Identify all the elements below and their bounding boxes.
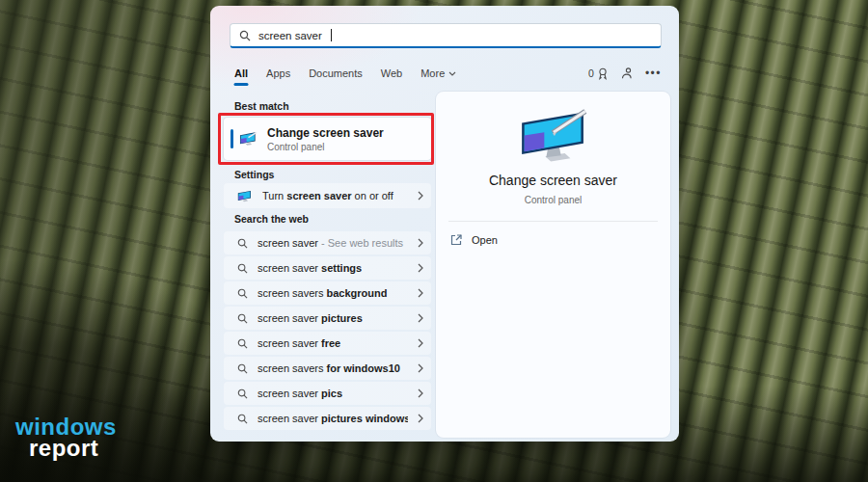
tab-apps[interactable]: Apps (266, 67, 290, 79)
section-label-search-the-web: Search the web (234, 213, 309, 225)
search-icon (237, 263, 248, 274)
tab-more[interactable]: More (420, 67, 456, 79)
web-suggestion-label: screen saver free (258, 337, 408, 349)
best-match-title: Change screen saver (267, 126, 384, 140)
preview-pane: Change screen saver Control panel Open (436, 92, 670, 438)
tab-web[interactable]: Web (381, 67, 402, 79)
search-icon (237, 313, 248, 324)
search-icon (237, 363, 248, 374)
windows-report-logo: windows report (15, 416, 117, 459)
web-suggestion-row[interactable]: screen savers for windows10 (224, 357, 431, 380)
web-suggestion-label: screen saver - See web results (258, 237, 408, 249)
logo-line-report: report (29, 438, 117, 459)
screen-saver-monitor-icon (239, 131, 258, 147)
tab-documents[interactable]: Documents (309, 67, 363, 79)
best-match-text: Change screen saver Control panel (267, 126, 384, 152)
chevron-right-icon (418, 263, 423, 273)
best-match-result[interactable]: Change screen saver Control panel (224, 118, 431, 160)
chevron-right-icon (418, 191, 423, 201)
search-input[interactable]: screen saver (230, 23, 662, 48)
settings-result-label: Turn screen saver on or off (262, 190, 408, 201)
web-suggestion-row[interactable]: screen savers background (224, 281, 431, 305)
rewards-count: 0 (588, 67, 594, 79)
web-suggestion-label: screen saver settings (258, 262, 408, 274)
web-suggestion-row[interactable]: screen saver pictures (224, 307, 431, 330)
best-match-subtitle: Control panel (267, 142, 384, 152)
search-toolbar-icons: 0 ••• (588, 67, 662, 80)
chevron-right-icon (418, 388, 423, 398)
settings-result-row[interactable]: Turn screen saver on or off (224, 183, 431, 208)
web-suggestion-row[interactable]: screen saver free (224, 332, 431, 355)
chevron-right-icon (418, 238, 423, 248)
open-external-icon (450, 234, 462, 246)
search-query-text: screen saver (258, 30, 322, 41)
chevron-right-icon (418, 363, 423, 373)
rewards-button[interactable]: 0 (588, 67, 609, 80)
search-icon (237, 338, 248, 349)
screen-saver-monitor-icon-large (436, 109, 670, 165)
chevron-right-icon (418, 313, 423, 323)
web-suggestion-label: screen savers background (258, 287, 408, 299)
web-suggestion-label: screen saver pics (258, 388, 408, 399)
section-label-settings: Settings (234, 169, 274, 180)
chevron-right-icon (418, 338, 423, 348)
preview-title: Change screen saver (436, 173, 670, 188)
web-suggestion-row[interactable]: screen saver settings (224, 256, 431, 280)
chevron-right-icon (418, 288, 423, 298)
web-suggestion-label: screen saver pictures windows 10 (258, 413, 408, 424)
web-suggestion-row[interactable]: screen saver pics (224, 382, 431, 405)
tab-all[interactable]: All (234, 67, 248, 79)
rewards-medal-icon (597, 67, 609, 80)
desktop: { "wallpaper_logo": { "line1": "windows"… (0, 0, 868, 482)
search-icon (237, 414, 248, 424)
more-options-icon[interactable]: ••• (645, 67, 662, 80)
open-action-label: Open (472, 234, 498, 246)
search-filter-tabs: All Apps Documents Web More 0 ••• (234, 65, 662, 82)
chevron-right-icon (418, 414, 423, 423)
chevron-down-icon (448, 71, 456, 76)
screen-saver-settings-icon (237, 190, 253, 202)
open-action-button[interactable]: Open (436, 222, 670, 246)
search-icon (237, 388, 248, 399)
section-label-best-match: Best match (234, 100, 289, 112)
search-icon (239, 30, 251, 41)
tab-more-label: More (420, 67, 445, 79)
web-suggestion-label: screen savers for windows10 (258, 362, 408, 374)
search-flyout-panel: screen saver All Apps Documents Web More… (210, 6, 679, 442)
selection-accent-bar (231, 129, 233, 148)
preview-subtitle: Control panel (436, 195, 670, 205)
web-suggestion-label: screen saver pictures (258, 312, 408, 324)
web-suggestion-row[interactable]: screen saver - See web results (224, 231, 431, 254)
text-caret (331, 29, 332, 41)
search-icon (237, 288, 248, 299)
account-icon[interactable] (621, 67, 633, 79)
search-icon (237, 238, 248, 249)
web-suggestion-row[interactable]: screen saver pictures windows 10 (224, 407, 431, 430)
